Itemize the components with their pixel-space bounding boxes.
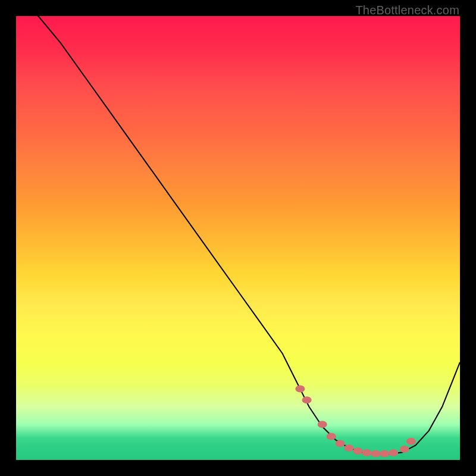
curve-layer (16, 16, 460, 460)
curve-marker (406, 438, 416, 445)
curve-marker (371, 450, 380, 458)
curve-marker (389, 449, 398, 456)
curve-marker (380, 450, 389, 458)
curve-markers (295, 386, 416, 458)
curve-path (16, 16, 460, 454)
curve-marker (362, 449, 371, 456)
bottleneck-curve (16, 16, 460, 454)
curve-marker (318, 421, 327, 428)
plot-area (16, 16, 460, 460)
curve-marker (302, 396, 312, 403)
chart-frame: TheBottleneck.com (0, 0, 476, 476)
curve-marker (327, 433, 336, 440)
curve-marker (336, 440, 345, 447)
watermark-text: TheBottleneck.com (355, 4, 459, 17)
curve-marker (353, 447, 362, 455)
curve-marker (345, 444, 354, 452)
curve-marker (295, 386, 305, 393)
curve-marker (400, 446, 409, 453)
